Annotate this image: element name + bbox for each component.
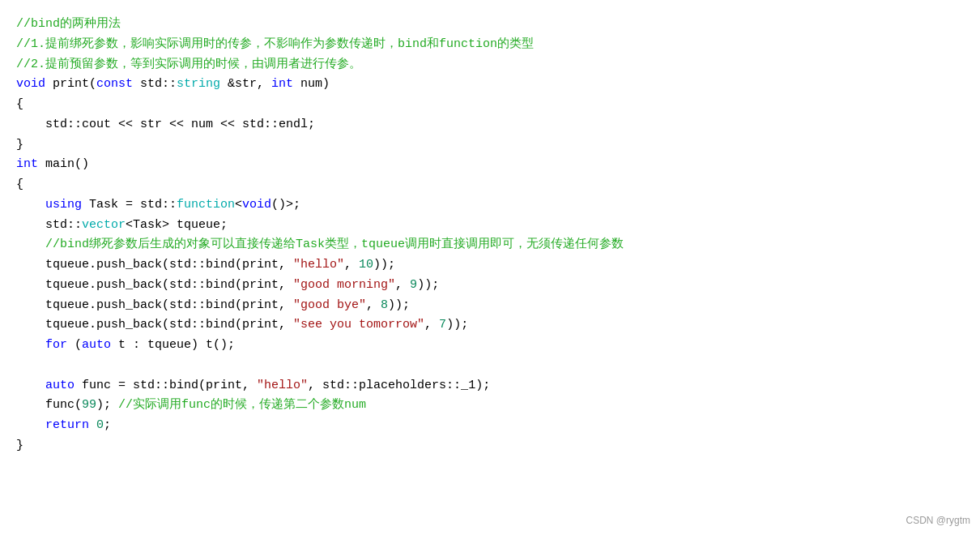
code-line: //1.提前绑死参数，影响实际调用时的传参，不影响作为参数传递时，bind和fu… (16, 35, 964, 55)
code-line: //bind的两种用法 (16, 15, 964, 35)
code-line: { (16, 175, 964, 195)
code-line: for (auto t : tqueue) t(); (16, 336, 964, 356)
code-block: //bind的两种用法//1.提前绑死参数，影响实际调用时的传参，不影响作为参数… (0, 0, 980, 535)
code-line: auto func = std::bind(print, "hello", st… (16, 376, 964, 396)
code-line: return 0; (16, 416, 964, 436)
watermark: CSDN @rygtm (905, 513, 970, 529)
code-line: std::cout << str << num << std::endl; (16, 115, 964, 135)
code-line: tqueue.push_back(std::bind(print, "good … (16, 296, 964, 316)
code-line: std::vector<Task> tqueue; (16, 216, 964, 236)
code-line: func(99); //实际调用func的时候，传递第二个参数num (16, 396, 964, 416)
code-line: tqueue.push_back(std::bind(print, "good … (16, 276, 964, 296)
code-line: void print(const std::string &str, int n… (16, 75, 964, 95)
code-line: using Task = std::function<void()>; (16, 195, 964, 216)
code-line: } (16, 135, 964, 156)
code-line: int main() (16, 155, 964, 175)
code-line: tqueue.push_back(std::bind(print, "see y… (16, 315, 964, 336)
code-line: } (16, 436, 964, 456)
code-line: //2.提前预留参数，等到实际调用的时候，由调用者进行传参。 (16, 55, 964, 75)
code-content: //bind的两种用法//1.提前绑死参数，影响实际调用时的传参，不影响作为参数… (16, 15, 964, 456)
code-line: //bind绑死参数后生成的对象可以直接传递给Task类型，tqueue调用时直… (16, 235, 964, 255)
code-line (16, 356, 964, 376)
code-line: { (16, 95, 964, 115)
code-line: tqueue.push_back(std::bind(print, "hello… (16, 255, 964, 276)
